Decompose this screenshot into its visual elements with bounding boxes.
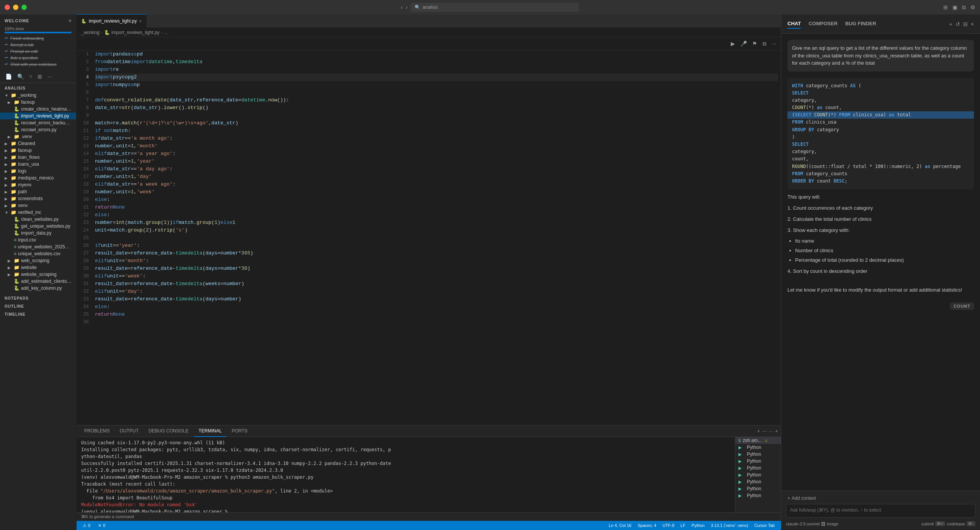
sidebar-item-input-csv[interactable]: ▶≡input.csv <box>0 236 76 243</box>
new-chat-button[interactable]: + <box>949 21 952 27</box>
welcome-close-button[interactable]: × <box>69 18 72 24</box>
status-spaces[interactable]: Spaces: 4 <box>636 523 658 528</box>
checklist-item-4[interactable]: ✓Ask a question <box>5 54 72 61</box>
sidebar-item-website-scraping[interactable]: ▶📁website_scraping <box>0 271 76 278</box>
sidebar-item-cleaned[interactable]: ▶📁Cleaned <box>0 140 76 147</box>
sidebar-item-website[interactable]: ▶📁website <box>0 264 76 271</box>
tab-ports[interactable]: PORTS <box>227 426 252 437</box>
gear-icon[interactable]: ⚙ <box>970 4 975 10</box>
sidebar-item-path[interactable]: ▶📁path <box>0 188 76 195</box>
sidebar-item-venv1[interactable]: ▶📁.venv <box>0 133 76 140</box>
sidebar-item-unique-websites-csv[interactable]: ▶≡unique_websites.csv <box>0 250 76 257</box>
sidebar-item-unique-websites-long[interactable]: ▶≡unique_websites_20250207_004... <box>0 243 76 250</box>
history-button[interactable]: ↺ <box>956 21 960 27</box>
terminal-session-zsh[interactable]: $ zsh am... ⚠ <box>735 437 781 444</box>
sidebar-item-recrawl-backup[interactable]: ▶🐍recrawl_errors_backup.py <box>0 119 76 126</box>
sidebar-item-clean-websites[interactable]: ▶🐍clean_websites.py <box>0 216 76 223</box>
sidebar-item-verified-inc[interactable]: ▼📁verified_inc <box>0 209 76 216</box>
status-cursor-tab[interactable]: Cursor Tab <box>753 523 776 528</box>
close-chat-button[interactable]: × <box>971 21 974 27</box>
status-eol[interactable]: LF <box>679 523 687 528</box>
grid-icon[interactable]: ⊞ <box>943 4 948 10</box>
extensions-icon[interactable]: ⊞ <box>37 73 43 80</box>
add-context-button[interactable]: + Add context <box>786 495 817 502</box>
terminal-session-python-5[interactable]: ▶ Python <box>735 471 781 478</box>
split-editor-button[interactable]: ⧉ <box>761 40 768 48</box>
sidebar-item-create-clinics[interactable]: ▶🐍create_clinics_heatmap.py <box>0 106 76 113</box>
terminal-session-python-2[interactable]: ▶ Python <box>735 451 781 458</box>
sidebar-item-faceup1[interactable]: ▶📁faceup <box>0 99 76 106</box>
flag-button[interactable]: ⚑ <box>751 40 759 47</box>
checklist-item-1[interactable]: ✓Finish onboarding <box>5 35 72 41</box>
nav-forward-button[interactable]: › <box>406 4 408 10</box>
terminal-session-python-8[interactable]: ▶ Python <box>735 492 781 499</box>
files-icon[interactable]: 📄 <box>5 73 13 80</box>
terminal-session-python-6[interactable]: ▶ Python <box>735 478 781 485</box>
split-terminal-button[interactable]: ⋯ <box>762 429 767 434</box>
checklist-item-2[interactable]: ✓Accept a tab <box>5 41 72 48</box>
maximize-button[interactable] <box>21 5 27 10</box>
terminal-content[interactable]: Using cached six-1.17.0-py2.py3-none-any… <box>77 437 735 512</box>
terminal-session-python-3[interactable]: ▶ Python <box>735 458 781 465</box>
sidebar-item-loans-usa[interactable]: ▶📁loans_usa <box>0 161 76 168</box>
terminal-more-button[interactable]: ··· <box>769 429 773 434</box>
add-terminal-button[interactable]: + <box>757 429 760 434</box>
tab-terminal[interactable]: TERMINAL <box>194 426 227 437</box>
sidebar-item-add-estimated[interactable]: ▶🐍add_estimated_clients.py <box>0 278 76 285</box>
code-content[interactable]: import pandas as pd from datetime import… <box>92 51 781 425</box>
status-warnings[interactable]: ⚠ 0 <box>81 523 92 528</box>
run-button[interactable]: ▶ <box>729 40 737 47</box>
timeline-label[interactable]: TIMELINE <box>0 309 76 317</box>
code-editor[interactable]: 1 2 3 4 5 6 7 8 9 10 11 12 13 14 15 16 1… <box>77 51 781 425</box>
breadcrumb-filename[interactable]: import_reviews_light.py <box>111 30 159 35</box>
sidebar-item-recrawl-errors[interactable]: ▶🐍recrawl_errors.py <box>0 126 76 133</box>
mic-button[interactable]: 🎤 <box>739 40 748 47</box>
status-language[interactable]: Python <box>690 523 706 528</box>
notepads-label[interactable]: NOTEPADS <box>0 293 76 301</box>
sidebar-item-medspas[interactable]: ▶📁medspas_mexico <box>0 174 76 181</box>
chat-tab-bug-finder[interactable]: BUG FINDER <box>845 19 876 29</box>
tab-problems[interactable]: PROBLEMS <box>80 426 114 437</box>
window-icon[interactable]: ▣ <box>952 4 957 10</box>
chat-tab-composer[interactable]: COMPOSER <box>808 19 838 29</box>
minimize-chat-button[interactable]: ⊟ <box>963 21 968 27</box>
sidebar-item-web-scraping[interactable]: ▶📁web_scraping <box>0 257 76 264</box>
sidebar-item-faceup2[interactable]: ▶📁faceup <box>0 147 76 154</box>
breadcrumb-working[interactable]: _working <box>81 30 100 35</box>
sidebar-item-import-data[interactable]: ▶🐍import_data.py <box>0 230 76 236</box>
close-terminal-button[interactable]: × <box>775 429 778 434</box>
search-icon[interactable]: 🔍 <box>16 73 24 80</box>
chat-model-selector[interactable]: claude-3.5-sonnet 🖼 image <box>786 522 838 526</box>
terminal-session-python-1[interactable]: ▶ Python <box>735 444 781 451</box>
sidebar-item-screenshots[interactable]: ▶📁screenshots <box>0 195 76 202</box>
explorer-title[interactable]: ANALISIS <box>0 85 76 92</box>
global-search[interactable]: 🔍 analisis <box>411 3 579 12</box>
tab-debug-console[interactable]: DEBUG CONSOLE <box>144 426 193 437</box>
more-button[interactable]: ··· <box>770 40 778 47</box>
nav-back-button[interactable]: ‹ <box>401 4 403 10</box>
chat-submit-area[interactable]: submit ⌘↵ codebase ⌘↑ <box>921 521 975 526</box>
terminal-session-python-4[interactable]: ▶ Python <box>735 465 781 471</box>
more-icon[interactable]: ··· <box>47 73 53 80</box>
sidebar-item-import-reviews[interactable]: ▶🐍import_reviews_light.py <box>0 113 76 119</box>
status-venv[interactable]: 3.13.1 ('venv': venv) <box>709 523 750 528</box>
sidebar-item-working[interactable]: ▼📁_working <box>0 92 76 99</box>
sidebar-item-venv2[interactable]: ▶📁venv <box>0 202 76 209</box>
checklist-item-5[interactable]: ✓Chat with your codebase <box>5 61 72 67</box>
sidebar-item-logs[interactable]: ▶📁logs <box>0 168 76 174</box>
git-icon[interactable]: ⑂ <box>28 73 33 80</box>
tab-close-button[interactable]: × <box>139 19 141 23</box>
sidebar-item-get-unique[interactable]: ▶🐍get_unique_websites.py <box>0 223 76 230</box>
outline-label[interactable]: OUTLINE <box>0 301 76 309</box>
terminal-session-python-7[interactable]: ▶ Python <box>735 485 781 492</box>
chat-tab-chat[interactable]: CHAT <box>787 19 801 29</box>
sidebar-item-add-key-column[interactable]: ▶🐍add_key_column.py <box>0 285 76 292</box>
split-icon[interactable]: ⧉ <box>962 4 966 11</box>
sidebar-item-loan-flows[interactable]: ▶📁loan_flows <box>0 154 76 161</box>
status-cursor[interactable]: Ln 4, Col 16 <box>607 523 633 528</box>
tab-output[interactable]: OUTPUT <box>115 426 143 437</box>
status-encoding[interactable]: UTF-8 <box>661 523 676 528</box>
minimize-button[interactable] <box>13 5 18 10</box>
sidebar-item-myenv[interactable]: ▶📁myenv <box>0 181 76 188</box>
close-button[interactable] <box>5 5 10 10</box>
